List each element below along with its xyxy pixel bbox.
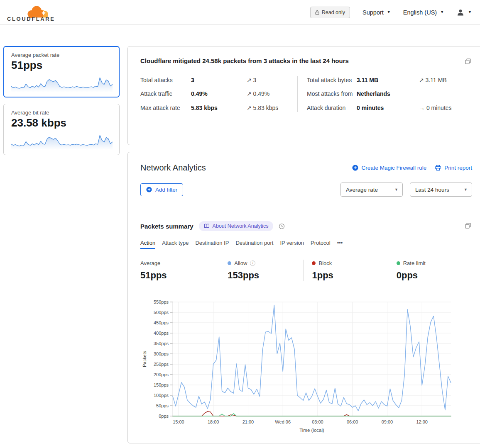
metric-card-packet-rate[interactable]: Average packet rate 51pps xyxy=(3,46,120,97)
copy-summary-button[interactable] xyxy=(464,57,472,67)
attack-summary-title: Cloudflare mitigated 24.58k packets from… xyxy=(140,57,349,64)
stat-value: 1pps xyxy=(312,270,387,281)
support-label: Support xyxy=(362,9,384,16)
svg-text:500pps: 500pps xyxy=(154,310,169,315)
metric-label: Average bit rate xyxy=(11,110,112,116)
attack-stats-left: Total attacks 3 ↗ 3 Attack traffic 0.49%… xyxy=(140,76,297,112)
svg-text:Wed 06: Wed 06 xyxy=(275,419,291,424)
metric-sidebar: Average packet rate 51pps Average bit ra… xyxy=(3,46,120,443)
attack-summary-card: Cloudflare mitigated 24.58k packets from… xyxy=(127,46,480,145)
legend-stats-row: Average 51pps Allow i 153pps xyxy=(140,260,472,281)
time-range-value: Last 24 hours xyxy=(415,187,449,193)
attack-stats-right: Total attack bytes 3.11 MB ↗ 3.11 MB Mos… xyxy=(298,76,472,112)
chevron-down-icon: ▼ xyxy=(468,10,472,14)
stat-label: Total attack bytes xyxy=(307,76,357,84)
stat-allow: Allow i 153pps xyxy=(219,260,303,281)
tab-destination-port[interactable]: Destination port xyxy=(235,240,273,249)
stat-value: 0 minutes xyxy=(357,104,419,112)
svg-text:450pps: 450pps xyxy=(154,320,169,325)
svg-text:12:00: 12:00 xyxy=(416,419,428,424)
create-magic-firewall-rule-link[interactable]: Create Magic Firewall rule xyxy=(352,165,426,171)
cloudflare-wordmark: CLOUDFLARE xyxy=(7,16,55,22)
plus-circle-icon xyxy=(352,165,358,171)
tab-more[interactable]: ••• xyxy=(337,240,343,249)
tab-ip-version[interactable]: IP version xyxy=(280,240,304,249)
stat-value: 153pps xyxy=(228,270,303,281)
stat-label: Block xyxy=(318,260,332,266)
stat-block: Block 1pps xyxy=(303,260,387,281)
stat-label: Attack duration xyxy=(307,104,357,112)
language-menu[interactable]: English (US) ▼ xyxy=(403,9,444,16)
lock-icon xyxy=(315,10,319,15)
svg-text:100pps: 100pps xyxy=(154,393,169,398)
stat-value: 3.11 MB xyxy=(357,76,419,84)
svg-text:350pps: 350pps xyxy=(154,341,169,346)
stat-label: Max attack rate xyxy=(140,104,191,112)
svg-text:250pps: 250pps xyxy=(154,362,169,367)
badge-label: About Network Analytics xyxy=(213,223,269,229)
chevron-down-icon: ▼ xyxy=(394,188,398,192)
tab-protocol[interactable]: Protocol xyxy=(311,240,331,249)
svg-text:0pps: 0pps xyxy=(159,414,169,419)
tab-action[interactable]: Action xyxy=(140,240,155,249)
sparkline-chart xyxy=(11,131,113,150)
metric-card-bit-rate[interactable]: Average bit rate 23.58 kbps xyxy=(3,104,120,155)
about-network-analytics-badge[interactable]: About Network Analytics xyxy=(199,221,274,231)
allow-dot-icon xyxy=(228,261,231,265)
svg-text:550pps: 550pps xyxy=(154,299,169,304)
network-analytics-title: Network Analytics xyxy=(140,163,206,173)
read-only-label: Read only xyxy=(322,10,345,15)
svg-text:200pps: 200pps xyxy=(154,372,169,377)
stat-value: 5.83 kbps xyxy=(191,104,247,112)
copy-icon xyxy=(465,222,471,229)
stat-average: Average 51pps xyxy=(140,260,219,281)
stat-rate-limit: Rate limit 0pps xyxy=(388,260,472,281)
svg-text:50pps: 50pps xyxy=(156,403,169,408)
account-menu[interactable]: ▼ xyxy=(456,8,472,17)
create-rule-label: Create Magic Firewall rule xyxy=(361,165,426,171)
plus-circle-icon xyxy=(146,187,152,192)
clock-icon xyxy=(279,223,285,229)
time-range-select[interactable]: Last 24 hours ▼ xyxy=(410,183,472,197)
stat-value: 0pps xyxy=(397,270,472,281)
svg-text:400pps: 400pps xyxy=(154,331,169,336)
packets-summary-title: Packets summary xyxy=(140,223,193,230)
svg-text:09:00: 09:00 xyxy=(382,419,393,424)
tab-destination-ip[interactable]: Destination IP xyxy=(195,240,229,249)
svg-text:15:00: 15:00 xyxy=(173,419,184,424)
svg-text:06:00: 06:00 xyxy=(347,419,358,424)
stat-label: Most attacks from xyxy=(307,90,357,98)
sparkline-chart xyxy=(11,73,113,92)
tab-attack-type[interactable]: Attack type xyxy=(162,240,189,249)
copy-packets-summary-button[interactable] xyxy=(464,222,472,231)
stat-label: Attack traffic xyxy=(140,90,191,98)
add-filter-button[interactable]: Add filter xyxy=(140,183,183,196)
svg-text:Packets: Packets xyxy=(142,351,147,367)
svg-text:03:00: 03:00 xyxy=(312,419,323,424)
info-icon[interactable]: i xyxy=(250,261,255,266)
support-menu[interactable]: Support ▼ xyxy=(362,9,391,16)
printer-icon xyxy=(435,165,441,171)
print-report-link[interactable]: Print report xyxy=(435,165,472,171)
cloudflare-logo[interactable]: CLOUDFLARE xyxy=(7,2,61,24)
chevron-down-icon: ▼ xyxy=(464,188,468,192)
stat-delta: → 0 minutes xyxy=(419,104,472,112)
metric-select[interactable]: Average rate ▼ xyxy=(340,183,403,197)
stat-value: 51pps xyxy=(140,270,219,281)
book-icon xyxy=(204,224,210,229)
metric-value: 51pps xyxy=(11,59,112,72)
language-label: English (US) xyxy=(403,9,437,16)
network-analytics-card: Network Analytics Create Magic Firewall … xyxy=(127,152,480,443)
stat-label: Total attacks xyxy=(140,76,191,84)
stat-delta: ↗ 3.11 MB xyxy=(419,76,472,84)
packets-time-series-chart[interactable]: 0pps50pps100pps150pps200pps250pps300pps3… xyxy=(140,298,456,441)
packets-summary-tabs: Action Attack type Destination IP Destin… xyxy=(140,240,472,249)
packets-summary-section: Packets summary About Network Analytics xyxy=(128,211,480,443)
print-report-label: Print report xyxy=(444,165,472,171)
stat-delta: ↗ 3 xyxy=(247,76,297,84)
copy-icon xyxy=(465,58,471,65)
user-icon xyxy=(456,8,465,17)
stat-label: Allow xyxy=(234,260,247,266)
svg-text:Time (local): Time (local) xyxy=(299,428,324,433)
metric-label: Average packet rate xyxy=(11,52,112,58)
